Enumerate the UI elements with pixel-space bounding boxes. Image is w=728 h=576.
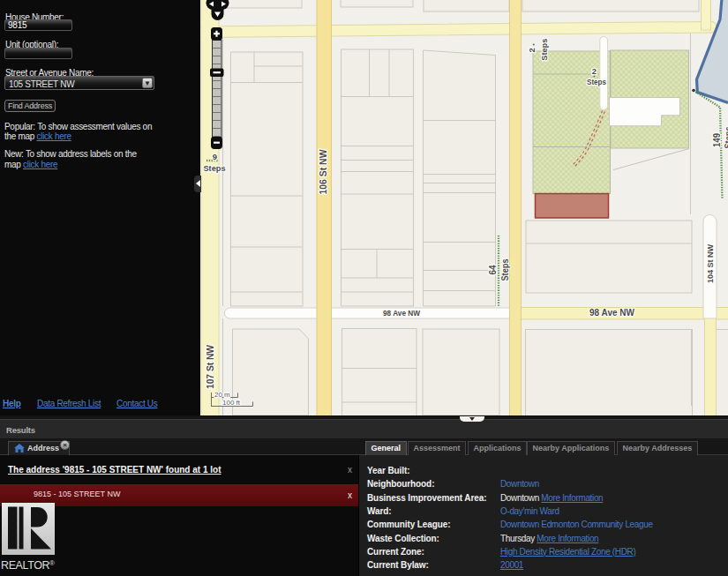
svg-text:Steps: Steps	[204, 163, 226, 173]
svg-text:Steps: Steps	[724, 126, 728, 148]
svg-text:2: 2	[527, 48, 537, 52]
svg-text:2: 2	[592, 66, 597, 76]
svg-text:64: 64	[488, 265, 498, 274]
svg-text:104 St NW: 104 St NW	[705, 244, 715, 283]
svg-text:9: 9	[213, 152, 217, 161]
svg-text:98 Ave NW: 98 Ave NW	[383, 308, 420, 318]
svg-text:Steps: Steps	[500, 258, 510, 281]
svg-text:106 St NW: 106 St NW	[318, 149, 328, 194]
svg-text:149: 149	[712, 133, 722, 147]
svg-text:Steps: Steps	[587, 77, 606, 86]
svg-text:98 Ave NW: 98 Ave NW	[589, 307, 634, 318]
svg-text:100 ft: 100 ft	[222, 399, 241, 407]
svg-text:107 St NW: 107 St NW	[205, 345, 215, 389]
svg-text:Steps: Steps	[539, 39, 549, 61]
svg-text:20 m: 20 m	[214, 391, 230, 399]
